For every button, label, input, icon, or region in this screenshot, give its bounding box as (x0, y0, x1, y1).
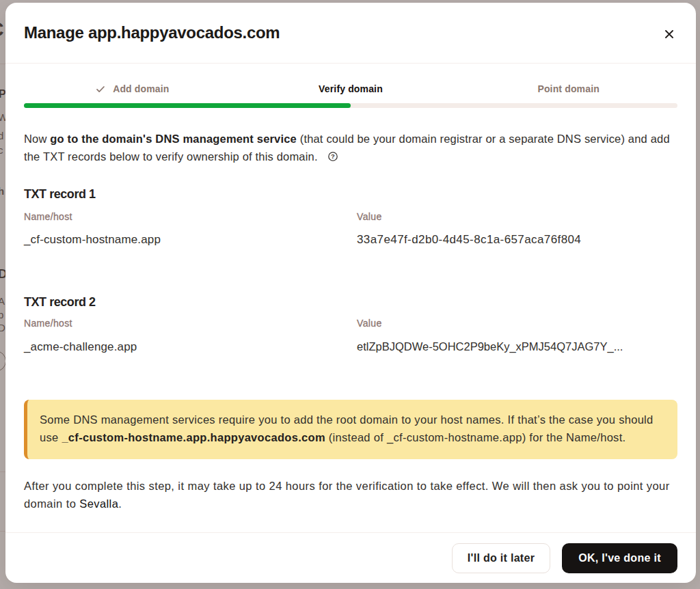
svg-text:?: ? (331, 152, 335, 160)
